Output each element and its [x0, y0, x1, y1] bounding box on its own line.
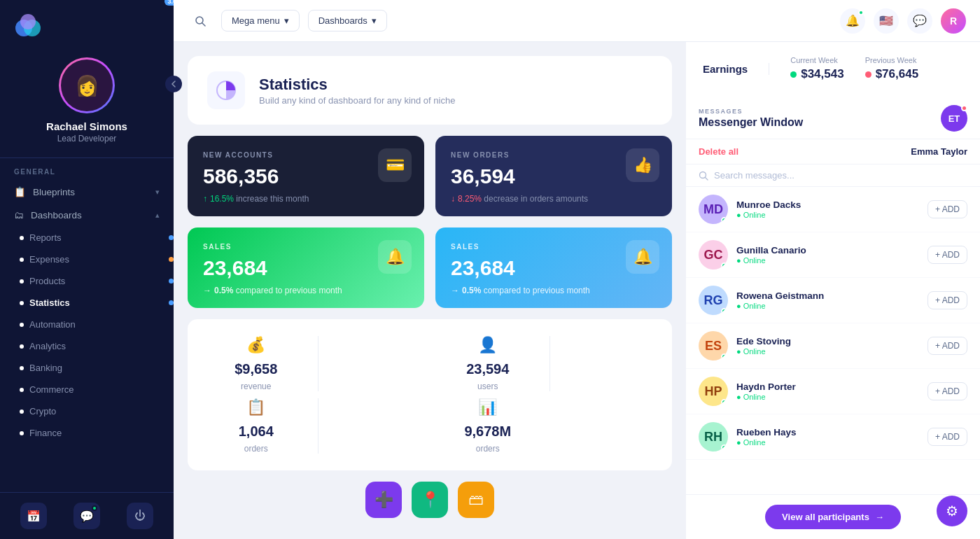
- language-button[interactable]: 🇺🇸: [874, 8, 899, 34]
- messenger-header: MESSAGES Messenger Window ET: [686, 95, 980, 139]
- chevron-down-icon: ▾: [372, 15, 377, 26]
- mega-menu-button[interactable]: Mega menu ▾: [221, 10, 300, 31]
- topnav: Mega menu ▾ Dashboards ▾ 🔔 🇺🇸 💬 R: [174, 0, 980, 42]
- gear-settings-button[interactable]: ⚙: [937, 496, 967, 526]
- table-action-button[interactable]: 🗃: [458, 482, 494, 518]
- contact-item-rowena: RG Rowena Geistmann ● Online + ADD: [686, 278, 980, 323]
- pie-chart-icon: [216, 80, 237, 101]
- delete-all-button[interactable]: Delete all: [699, 146, 738, 157]
- automation-label: Automation: [29, 319, 76, 330]
- dot-icon: [20, 258, 24, 262]
- contact-info: Haydn Porter ● Online: [736, 382, 919, 401]
- contact-avatar: MD: [699, 195, 728, 224]
- search-icon: [699, 171, 708, 181]
- orders-icon: 📋: [246, 398, 265, 416]
- sidebar-item-statistics[interactable]: Statistics: [20, 292, 174, 314]
- add-contact-button[interactable]: + ADD: [927, 428, 967, 446]
- dashboards-icon: 🗂: [14, 210, 24, 220]
- search-button[interactable]: [188, 8, 213, 34]
- online-dot-icon: [721, 354, 727, 360]
- finance-label: Finance: [29, 428, 62, 438]
- profile-name: Rachael Simons: [46, 120, 127, 132]
- messages-button[interactable]: 💬: [907, 8, 932, 34]
- user-avatar[interactable]: R: [941, 8, 966, 34]
- location-action-button[interactable]: 📍: [412, 482, 448, 518]
- main-content: Mega menu ▾ Dashboards ▾ 🔔 🇺🇸 💬 R: [174, 0, 980, 539]
- power-button[interactable]: ⏻: [127, 503, 153, 529]
- chat-button[interactable]: 💬: [74, 503, 100, 529]
- sidebar-item-expenses[interactable]: Expenses: [20, 248, 174, 270]
- add-contact-button[interactable]: + ADD: [927, 246, 967, 264]
- add-contact-button[interactable]: + ADD: [927, 382, 967, 400]
- sidebar-item-dashboards[interactable]: 🗂 Dashboards ▴: [0, 204, 174, 227]
- crypto-label: Crypto: [29, 406, 56, 416]
- dot-icon: [20, 344, 24, 349]
- orders-value: 1,064: [239, 424, 274, 440]
- dashboards-nav-label: Dashboards: [318, 15, 368, 26]
- contact-name: Gunilla Canario: [736, 245, 919, 255]
- sidebar-item-crypto[interactable]: Crypto: [20, 400, 174, 422]
- notifications-button[interactable]: 🔔: [840, 8, 865, 34]
- calendar-button[interactable]: 📅: [20, 503, 47, 529]
- previous-week-value: $76,645: [865, 67, 918, 81]
- earnings-label: Earnings: [703, 63, 769, 75]
- sidebar-item-reports[interactable]: Reports: [20, 227, 174, 248]
- add-contact-button[interactable]: + ADD: [927, 291, 967, 309]
- sidebar-item-blueprints[interactable]: 📋 Blueprints ▾: [0, 180, 174, 204]
- metric-icon-box: 🔔: [378, 240, 412, 274]
- expenses-label: Expenses: [29, 254, 69, 265]
- contact-info: Ede Stoving ● Online: [736, 336, 919, 356]
- orders2-icon: 📊: [478, 398, 497, 416]
- contact-name: Rueben Hays: [736, 427, 919, 438]
- current-week-value: $34,543: [790, 67, 844, 81]
- current-week-col: Current Week $34,543: [790, 56, 844, 81]
- bullet-icon: [169, 235, 174, 240]
- add-contact-button[interactable]: + ADD: [927, 200, 967, 218]
- add-contact-button[interactable]: + ADD: [927, 337, 967, 355]
- contact-info: Gunilla Canario ● Online: [736, 245, 919, 265]
- search-messages-input[interactable]: [714, 170, 967, 181]
- sidebar-item-banking[interactable]: Banking: [20, 357, 174, 379]
- bullet-icon: [169, 300, 174, 305]
- messages-section-label: MESSAGES: [699, 108, 803, 115]
- contact-info: Rowena Geistmann ● Online: [736, 290, 919, 310]
- sidebar-item-analytics[interactable]: Analytics: [20, 335, 174, 357]
- change-neutral-icon: →: [203, 286, 211, 295]
- add-action-button[interactable]: ➕: [365, 482, 402, 518]
- separator: [550, 336, 550, 391]
- red-dot-icon: [865, 71, 872, 78]
- messenger-title: Messenger Window: [699, 116, 803, 129]
- sidebar-item-commerce[interactable]: Commerce: [20, 379, 174, 400]
- contact-item-munroe: MD Munroe Dacks ● Online + ADD: [686, 187, 980, 232]
- banking-label: Banking: [29, 363, 62, 373]
- stat-orders: 📋 1,064 orders: [202, 398, 311, 454]
- messenger-badge: [961, 105, 967, 111]
- arrow-right-icon: →: [875, 512, 884, 522]
- view-all-participants-button[interactable]: View all participants →: [765, 505, 901, 529]
- blueprints-label: Blueprints: [33, 187, 148, 197]
- stat-orders2: 📊 9,678M orders: [433, 398, 542, 454]
- dashboards-nav-button[interactable]: Dashboards ▾: [308, 10, 387, 31]
- metric-change: ↓ 8.25% decrease in orders amounts: [451, 194, 657, 204]
- sidebar-item-products[interactable]: Products: [20, 270, 174, 292]
- contacts-list: MD Munroe Dacks ● Online + ADD GC: [686, 187, 980, 494]
- sidebar-item-automation[interactable]: Automation: [20, 314, 174, 335]
- messenger-actions: Delete all Emma Taylor: [686, 139, 980, 164]
- notification-badge: [858, 10, 864, 15]
- green-dot-icon: [790, 71, 797, 78]
- sidebar-logo: 3.0: [0, 0, 174, 46]
- svg-point-2: [20, 14, 36, 29]
- commerce-label: Commerce: [29, 384, 74, 395]
- sidebar-item-finance[interactable]: Finance: [20, 422, 174, 444]
- sidebar-collapse-button[interactable]: [165, 76, 182, 92]
- contact-status: ● Online: [736, 211, 919, 219]
- right-panel: Earnings Current Week $34,543 Previous W…: [686, 42, 980, 539]
- separator: [318, 336, 318, 391]
- contact-name: Munroe Dacks: [736, 200, 919, 210]
- reports-label: Reports: [29, 232, 62, 243]
- metric-cards-row: NEW ACCOUNTS 586,356 ↑ 16.5% increase th…: [188, 136, 672, 308]
- svg-line-4: [202, 23, 205, 26]
- page-body: Statistics Build any kind of dashboard f…: [174, 42, 980, 539]
- et-initials: ET: [948, 113, 960, 124]
- messenger-avatar[interactable]: ET: [941, 105, 967, 132]
